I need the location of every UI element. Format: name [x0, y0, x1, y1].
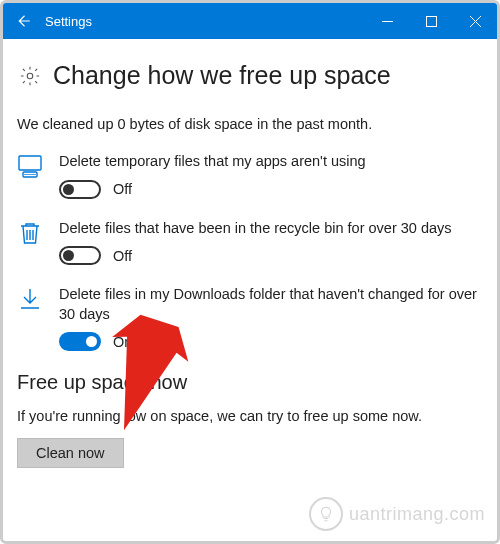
- section-body-free-up: If you're running low on space, we can t…: [17, 408, 483, 424]
- trash-icon: [17, 220, 43, 246]
- maximize-icon: [426, 16, 437, 27]
- back-button[interactable]: [3, 3, 43, 39]
- option-temp-files: Delete temporary files that my apps aren…: [17, 152, 483, 199]
- toggle-downloads[interactable]: [59, 332, 101, 351]
- toggle-state: On: [113, 334, 132, 350]
- svg-rect-2: [19, 156, 41, 170]
- clean-now-button[interactable]: Clean now: [17, 438, 124, 468]
- option-label: Delete files in my Downloads folder that…: [59, 285, 483, 324]
- status-text: We cleaned up 0 bytes of disk space in t…: [17, 116, 483, 132]
- toggle-temp-files[interactable]: [59, 180, 101, 199]
- svg-rect-0: [426, 16, 436, 26]
- watermark-text: uantrimang.com: [349, 504, 485, 525]
- page-title: Change how we free up space: [53, 61, 391, 90]
- bulb-icon: [317, 505, 335, 523]
- download-icon: [17, 286, 43, 312]
- option-downloads: Delete files in my Downloads folder that…: [17, 285, 483, 351]
- monitor-icon: [17, 153, 43, 179]
- minimize-button[interactable]: [365, 3, 409, 39]
- option-recycle-bin: Delete files that have been in the recyc…: [17, 219, 483, 266]
- svg-point-1: [27, 73, 33, 79]
- option-label: Delete files that have been in the recyc…: [59, 219, 483, 239]
- watermark: uantrimang.com: [309, 497, 485, 531]
- titlebar: Settings: [3, 3, 497, 39]
- window-title: Settings: [43, 14, 365, 29]
- maximize-button[interactable]: [409, 3, 453, 39]
- toggle-state: Off: [113, 248, 132, 264]
- section-title-free-up: Free up space now: [17, 371, 483, 394]
- close-button[interactable]: [453, 3, 497, 39]
- toggle-recycle-bin[interactable]: [59, 246, 101, 265]
- arrow-left-icon: [14, 12, 32, 30]
- page-header: Change how we free up space: [19, 61, 483, 90]
- toggle-state: Off: [113, 181, 132, 197]
- close-icon: [470, 16, 481, 27]
- option-label: Delete temporary files that my apps aren…: [59, 152, 483, 172]
- gear-icon: [19, 65, 41, 87]
- minimize-icon: [382, 16, 393, 27]
